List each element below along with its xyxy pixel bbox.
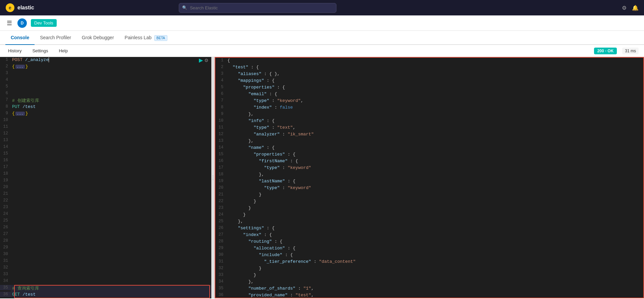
tab-search-profiler[interactable]: Search Profiler	[35, 31, 76, 45]
editor-line: 36GET /test	[0, 292, 211, 298]
hamburger-button[interactable]: ☰	[5, 18, 13, 28]
resp-line-content: },	[226, 219, 643, 225]
resp-line-number: 30	[215, 252, 226, 259]
line-number: 28	[0, 238, 11, 243]
bell-icon[interactable]: 🔔	[632, 5, 639, 11]
line-content	[11, 238, 211, 244]
line-content	[11, 144, 211, 150]
folded-token[interactable]: ...	[15, 112, 25, 116]
line-content	[11, 137, 211, 143]
editor-line: 27	[0, 231, 211, 238]
status-badge: 200 - OK	[594, 48, 617, 54]
resp-line-content: "include" : {	[226, 252, 643, 259]
editor-line: 21	[0, 191, 211, 198]
line-number: 21	[0, 191, 11, 196]
response-line: 25 },	[215, 219, 643, 225]
line-content	[11, 204, 211, 210]
editor-line: 22	[0, 198, 211, 204]
sec-nav: ☰ D Dev Tools	[0, 15, 644, 31]
tab-grok-debugger[interactable]: Grok Debugger	[76, 31, 119, 45]
editor-line: 16	[0, 158, 211, 164]
resp-line-number: 1	[215, 58, 226, 64]
response-pane[interactable]: 1{2 "test" : {3 "aliases" : { },4 "mappi…	[215, 57, 644, 298]
editor-line: 4	[0, 77, 211, 84]
resp-line-number: 34	[215, 279, 226, 286]
line-number: 1	[0, 57, 11, 62]
response-line: 19 "lastName" : {	[215, 178, 643, 185]
line-number: 35	[0, 285, 11, 290]
search-input[interactable]	[179, 3, 336, 13]
editor-line: 23	[0, 204, 211, 211]
response-line: 33 }	[215, 272, 643, 279]
line-content	[11, 151, 211, 157]
resp-line-content: "allocation" : {	[226, 245, 643, 252]
resp-line-number: 24	[215, 212, 226, 219]
line-number: 6	[0, 91, 11, 96]
resp-line-content: "routing" : {	[226, 239, 643, 245]
editor-line: 11	[0, 124, 211, 131]
editor-line: 18	[0, 171, 211, 178]
top-nav: e elastic 🔍 ⚙ 🔔	[0, 0, 644, 15]
resp-line-number: 21	[215, 192, 226, 198]
resp-line-number: 28	[215, 239, 226, 245]
response-line: 28 "routing" : {	[215, 239, 643, 245]
dev-tools-button[interactable]: Dev Tools	[31, 19, 57, 27]
resp-line-number: 16	[215, 158, 226, 165]
resp-line-content: }	[226, 192, 643, 198]
resp-line-content: "_tier_preference" : "data_content"	[226, 259, 643, 265]
tab-painless-lab[interactable]: Painless Lab BETA	[119, 31, 173, 45]
settings-icon[interactable]: ⚙	[622, 5, 627, 11]
resp-line-number: 17	[215, 165, 226, 172]
avatar-button[interactable]: D	[17, 18, 27, 28]
history-button[interactable]: History	[5, 47, 24, 55]
response-line: 14 "name" : {	[215, 145, 643, 152]
line-content	[11, 272, 211, 277]
run-button[interactable]: ▶	[199, 57, 203, 63]
resp-line-content: "properties" : {	[226, 84, 643, 91]
line-content: PUT /test	[11, 104, 211, 110]
editor-line: 28	[0, 238, 211, 245]
line-content: {...}	[11, 64, 211, 69]
line-number: 9	[0, 111, 11, 116]
response-line: 18 },	[215, 172, 643, 178]
folded-token[interactable]: ...	[15, 65, 25, 69]
resp-line-number: 26	[215, 225, 226, 232]
resp-line-content: },	[226, 172, 643, 178]
line-number: 18	[0, 171, 11, 176]
line-content	[11, 245, 211, 250]
line-content	[11, 278, 211, 284]
settings-button[interactable]: Settings	[30, 47, 51, 55]
editor-line: 15	[0, 151, 211, 158]
line-number: 17	[0, 164, 11, 170]
pane-divider[interactable]: ⋮	[211, 57, 215, 298]
response-line: 15 "properties" : {	[215, 152, 643, 158]
editor-line: 35# 查询索引库	[0, 285, 211, 292]
line-number: 24	[0, 211, 11, 217]
top-nav-right: ⚙ 🔔	[622, 5, 639, 11]
line-number: 15	[0, 151, 11, 156]
editor-line: 1POST /_analyze▶⚙	[0, 57, 211, 64]
resp-line-number: 12	[215, 131, 226, 138]
tab-console[interactable]: Console	[5, 31, 35, 45]
line-content	[11, 225, 211, 230]
line-content	[11, 124, 211, 130]
resp-line-number: 4	[215, 78, 226, 84]
resp-line-number: 2	[215, 64, 226, 71]
resp-line-number: 11	[215, 125, 226, 131]
line-number: 32	[0, 265, 11, 270]
editor-line: 25	[0, 218, 211, 225]
response-line: 10 "info" : {	[215, 118, 643, 125]
settings-icon[interactable]: ⚙	[204, 58, 209, 63]
help-button[interactable]: Help	[56, 47, 70, 55]
response-line: 30 "include" : {	[215, 252, 643, 259]
line-number: 10	[0, 117, 11, 123]
global-search-bar[interactable]: 🔍	[179, 3, 336, 13]
resp-line-content: }	[226, 198, 643, 205]
resp-line-content: "settings" : {	[226, 225, 643, 232]
resp-line-content: "type" : "keyword",	[226, 98, 643, 105]
resp-line-number: 32	[215, 265, 226, 272]
response-line: 5 "properties" : {	[215, 84, 643, 91]
resp-line-content: "firstName" : {	[226, 158, 643, 165]
resp-line-number: 36	[215, 292, 226, 298]
editor-pane[interactable]: 1POST /_analyze▶⚙2{...}3 4 5 6 7# 创建索引库8…	[0, 57, 211, 298]
